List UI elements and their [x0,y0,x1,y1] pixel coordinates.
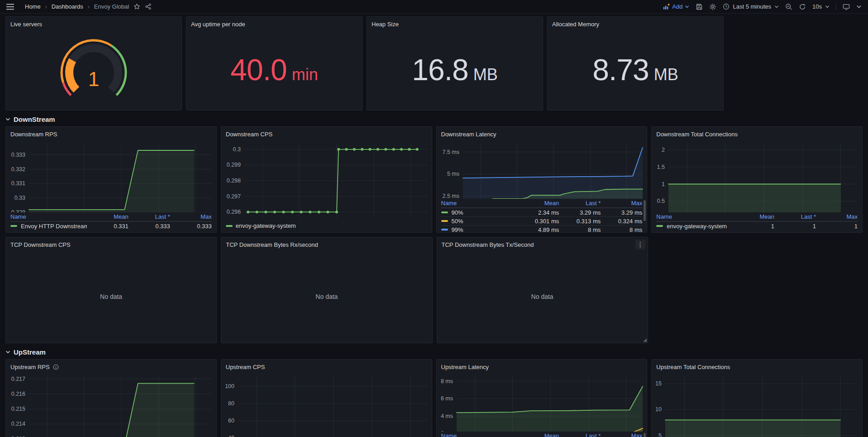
refresh-interval-picker[interactable]: 10s [812,3,830,10]
svg-text:80: 80 [228,400,234,407]
panel-title[interactable]: Upstream CPS [221,360,432,372]
panel-upstream-total-connections: Upstream Total Connections 1510515:24:00… [651,359,863,437]
chevron-down-icon [5,117,10,122]
legend-series-name[interactable]: 99% [441,226,518,233]
svg-text:7.5 ms: 7.5 ms [442,149,459,155]
refresh-icon[interactable] [799,3,806,10]
tcp-row: TCP Downstream CPS No data TCP Downstrea… [0,237,868,343]
share-icon[interactable] [145,3,152,10]
top-nav: Home › Dashboards › Envoy Global Add Las… [0,0,868,14]
panel-upstream-cps: Upstream CPS 10080604015:24:0015:25:0015… [221,359,432,437]
zoom-out-time-icon[interactable] [785,3,792,10]
legend-col[interactable]: Max [601,200,642,206]
legend-col[interactable]: Mean [517,200,559,206]
panel-title[interactable]: Downstream RPS [6,127,216,139]
panel-title-text: Upstream RPS [10,364,50,370]
hamburger-menu-icon[interactable] [6,4,14,10]
panel-upstream-rps: Upstream RPS 0.2170.2160.2150.2140.21315… [5,359,217,437]
panel-title[interactable]: Downstream Latency [437,127,647,139]
legend-value: 0.301 ms [517,218,559,225]
panel-title[interactable]: TCP Downstream CPS [6,237,216,250]
info-icon[interactable] [53,364,59,370]
breadcrumb-home[interactable]: Home [25,3,41,10]
legend-row: Envoy HTTP Downstream Rq total0.3310.333… [10,221,212,230]
panel-title[interactable]: Heap Size [367,17,543,29]
legend-col-name[interactable]: Name [656,213,733,220]
panel-resize-handle[interactable] [643,338,647,342]
legend-value: 8 ms [559,226,601,233]
section-downstream[interactable]: DownStream [0,110,868,126]
upstream-rps-chart[interactable]: 0.2170.2160.2150.2140.21315:24:0015:25:0… [6,372,216,437]
panel-title[interactable]: Downstream Total Connections [652,127,862,139]
legend-col-name[interactable]: Name [441,200,518,206]
downstream-latency-chart[interactable]: 7.5 ms5 ms2.5 ms0 ms15:24:0015:25:0015:2… [437,139,647,199]
legend-value: 1 [816,223,858,230]
breadcrumb-dashboards[interactable]: Dashboards [52,3,83,10]
legend-item[interactable]: envoy-gateway-system [226,222,296,229]
downstream-cps-chart[interactable]: 0.30.2990.2980.2970.29615:24:0015:25:001… [221,139,432,221]
svg-text:5 ms: 5 ms [447,171,459,177]
legend-value: 2.34 ms [517,209,559,216]
legend-col[interactable]: Mean [517,432,559,437]
series-swatch [441,220,448,222]
legend-series-name[interactable]: Envoy HTTP Downstream Rq total [10,223,87,230]
upstream-cps-chart[interactable]: 10080604015:24:0015:25:0015:26:0015:27:0… [221,372,432,437]
legend-col-name[interactable]: Name [441,432,518,437]
section-upstream[interactable]: UpStream [0,343,868,359]
panel-title[interactable]: Upstream Total Connections [652,360,862,372]
panel-title[interactable]: Upstream Latency [437,360,647,372]
downstream-rps-chart[interactable]: 0.3330.3320.3310.330.32915:24:0015:25:00… [6,139,216,212]
time-range-picker[interactable]: Last 5 minutes [723,3,779,10]
clock-icon [723,3,730,10]
dashboard-settings-gear-icon[interactable] [709,3,716,10]
upstream-total-connections-chart[interactable]: 1510515:24:0015:25:0015:26:0015:27:0015:… [652,372,862,437]
chevron-down-icon[interactable] [856,4,862,10]
tv-mode-icon[interactable] [843,3,850,10]
legend-col[interactable]: Last * [559,200,601,206]
series-swatch [441,211,448,213]
legend-col[interactable]: Mean [733,213,774,220]
chevron-down-icon [5,350,10,355]
legend-col[interactable]: Max [170,213,212,220]
legend-col[interactable]: Last * [774,213,816,220]
breadcrumb-separator: › [88,4,90,10]
add-button[interactable]: Add [663,3,689,10]
panel-menu-kebab-icon[interactable]: ⋮ [635,240,645,250]
star-icon[interactable] [134,3,140,10]
legend-header: NameMeanLast *Max [441,199,643,208]
upstream-row: Upstream RPS 0.2170.2160.2150.2140.21315… [0,359,868,437]
legend-col-name[interactable]: Name [10,213,87,220]
legend-header: NameMeanLast *Max [656,212,858,221]
downstream-cps-legend: envoy-gateway-system [221,221,432,232]
svg-text:0.299: 0.299 [226,162,240,168]
legend-col[interactable]: Last * [559,432,601,437]
panel-title[interactable]: TCP Downstream Bytes Rx/second [221,237,432,250]
downstream-rps-legend: NameMeanLast *MaxEnvoy HTTP Downstream R… [6,212,216,232]
legend-series-name[interactable]: 90% [441,209,518,216]
downstream-total-connections-chart[interactable]: 21.510.5015:24:0015:25:0015:26:0015:27:0… [652,139,862,212]
svg-text:2: 2 [662,147,665,153]
legend-col[interactable]: Last * [129,213,170,220]
legend-col[interactable]: Max [601,432,642,437]
legend-value: 0.331 [87,223,129,230]
panel-title[interactable]: TCP Downstream Bytes Tx/Second [437,237,648,250]
svg-text:1: 1 [662,181,665,187]
legend-series-name[interactable]: envoy-gateway-system [656,223,733,230]
legend-col[interactable]: Max [816,213,858,220]
panel-title[interactable]: Allocated Memory [548,17,723,29]
panel-title[interactable]: Upstream RPS [6,360,216,372]
stat-value: 16.8 MB [367,55,543,85]
stat-number: 40.0 [230,55,286,85]
panel-title[interactable]: Avg uptime per node [186,17,362,29]
legend-series-name[interactable]: 50% [441,218,518,225]
panel-title[interactable]: Live servers [6,17,181,29]
add-button-label: Add [672,3,682,10]
panel-title[interactable]: Downstream CPS [221,127,432,139]
upstream-latency-chart[interactable]: 8 ms6 ms4 ms2 ms0 ms15:24:0015:25:0015:2… [437,372,647,432]
legend-value: 0.333 [129,223,170,230]
save-dashboard-icon[interactable] [696,3,703,10]
legend-value: 0.324 ms [601,218,642,225]
legend-col[interactable]: Mean [87,213,129,220]
legend-scrollbar[interactable] [644,433,646,437]
legend-scrollbar[interactable] [644,200,646,221]
